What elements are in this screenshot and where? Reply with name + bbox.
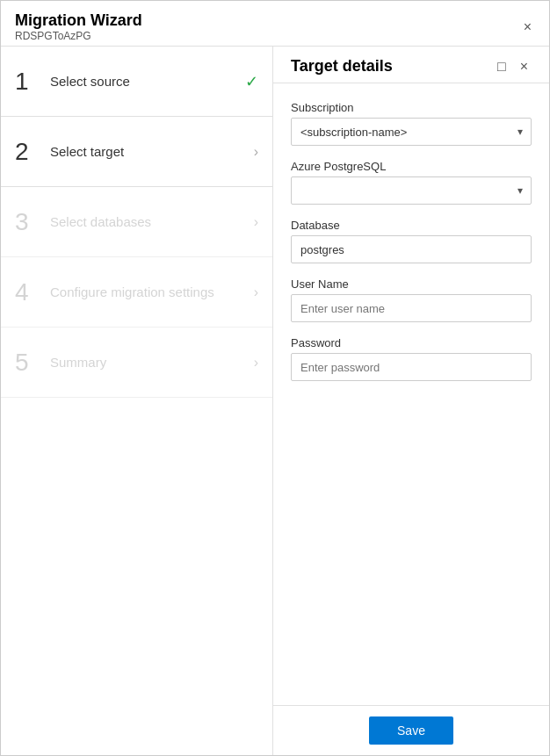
subscription-select-wrapper: <subscription-name> ▾: [291, 118, 532, 146]
details-header-icons: □ ×: [494, 58, 532, 76]
database-group: Database: [291, 219, 532, 263]
step-1-label: Select source: [50, 74, 245, 89]
subscription-select[interactable]: <subscription-name>: [291, 118, 532, 146]
arrow-icon-5: ›: [254, 355, 258, 371]
wizard-title: Migration Wizard: [15, 11, 142, 30]
wizard-title-section: Migration Wizard RDSPGToAzPG: [15, 11, 142, 42]
username-group: User Name: [291, 277, 532, 322]
arrow-icon-2: ›: [254, 144, 258, 160]
step-1-number: 1: [15, 68, 50, 96]
step-3: 3 Select databases ›: [1, 187, 272, 257]
step-4: 4 Configure migration settings ›: [1, 257, 272, 328]
maximize-button[interactable]: □: [494, 58, 510, 76]
step-5: 5 Summary ›: [1, 328, 272, 398]
step-4-number: 4: [15, 278, 50, 306]
details-close-button[interactable]: ×: [517, 58, 532, 76]
wizard-container: Migration Wizard RDSPGToAzPG × 1 Select …: [0, 0, 550, 756]
database-label: Database: [291, 219, 532, 232]
wizard-body: 1 Select source ✓ 2 Select target › 3 Se…: [1, 47, 549, 755]
step-5-label: Summary: [50, 355, 254, 370]
wizard-header-buttons: ×: [520, 18, 535, 36]
step-3-number: 3: [15, 208, 50, 236]
password-label: Password: [291, 336, 532, 349]
details-footer: Save: [273, 705, 549, 755]
close-button[interactable]: ×: [520, 18, 535, 36]
details-panel: Target details □ × Subscription <subscri…: [273, 47, 549, 755]
step-3-label: Select databases: [50, 214, 254, 229]
details-header: Target details □ ×: [273, 47, 549, 83]
arrow-icon-4: ›: [254, 284, 258, 300]
step-4-label: Configure migration settings: [50, 284, 254, 299]
username-label: User Name: [291, 277, 532, 291]
database-input[interactable]: [291, 235, 532, 263]
steps-spacer: [1, 398, 272, 755]
subscription-label: Subscription: [291, 101, 532, 114]
check-icon: ✓: [245, 72, 258, 91]
step-1[interactable]: 1 Select source ✓: [1, 47, 272, 117]
arrow-icon-3: ›: [254, 214, 258, 230]
details-title: Target details: [291, 57, 393, 76]
password-group: Password: [291, 336, 532, 381]
step-2[interactable]: 2 Select target ›: [1, 117, 272, 187]
step-5-number: 5: [15, 349, 50, 377]
azure-postgresql-label: Azure PostgreSQL: [291, 160, 532, 173]
azure-postgresql-select-wrapper: ▾: [291, 176, 532, 205]
password-input[interactable]: [291, 353, 532, 381]
steps-panel: 1 Select source ✓ 2 Select target › 3 Se…: [1, 47, 273, 755]
subscription-group: Subscription <subscription-name> ▾: [291, 101, 532, 146]
wizard-subtitle: RDSPGToAzPG: [15, 30, 142, 42]
save-button[interactable]: Save: [369, 716, 453, 745]
wizard-header: Migration Wizard RDSPGToAzPG ×: [1, 1, 549, 47]
step-2-number: 2: [15, 138, 50, 166]
details-content: Subscription <subscription-name> ▾ Azure…: [273, 83, 549, 705]
username-input[interactable]: [291, 294, 532, 322]
azure-postgresql-group: Azure PostgreSQL ▾: [291, 160, 532, 205]
azure-postgresql-select[interactable]: [291, 176, 532, 205]
step-2-label: Select target: [50, 144, 254, 159]
